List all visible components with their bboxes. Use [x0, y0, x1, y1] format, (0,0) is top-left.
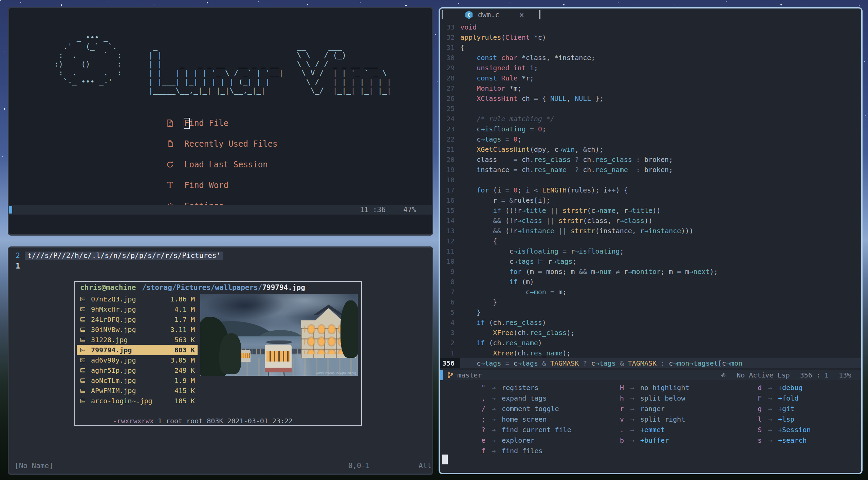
image-file-icon: [80, 296, 87, 302]
line-number: 12: [440, 236, 460, 246]
line-number: 23: [440, 124, 460, 134]
whichkey-binding: l→+lsp: [736, 414, 811, 424]
tab-dwm-c[interactable]: dwm.c: [478, 11, 499, 19]
line-number: 5: [440, 307, 460, 317]
line-number: 32: [440, 32, 460, 42]
whichkey-key: r: [598, 405, 624, 413]
file-name: aghr5Ip.jpg: [91, 366, 174, 374]
preview-small-tram: [240, 350, 251, 362]
file-name: ad6v90y.jpg: [91, 356, 170, 364]
file-size: 563 K: [174, 336, 195, 344]
line-number: 2: [9, 251, 25, 261]
file-row[interactable]: 30iNVBw.jpg3.11 M: [77, 325, 198, 335]
dashboard-cursor: F: [184, 118, 189, 128]
lunarvim-dashboard-window[interactable]: _ ••• _ .' (_` `. _ __ ___ : . ` : | | \…: [8, 7, 433, 236]
file-size: 3.11 M: [170, 326, 195, 334]
line-number: 9: [440, 266, 460, 277]
file-row[interactable]: APwFMIM.jpg415 K: [77, 386, 198, 396]
line-number: 14: [440, 216, 460, 226]
whichkey-key: ?: [460, 426, 485, 434]
file-row[interactable]: ad6v90y.jpg3.05 M: [77, 355, 198, 365]
preview-trees-right: [340, 300, 358, 358]
arrow-icon: →: [762, 436, 778, 444]
file-row[interactable]: arco-login~.jpg185 K: [77, 396, 198, 406]
image-file-icon: [80, 378, 87, 383]
whichkey-key: ,: [460, 394, 485, 402]
code-line: 23 c→isfloating = 0;: [440, 124, 861, 134]
code-line: 22 c→tags = 0;: [440, 134, 861, 144]
close-icon[interactable]: ×: [519, 10, 524, 20]
dashboard-statusline: 11 :36 47%: [9, 205, 432, 215]
file-name: 07nEzQ3.jpg: [91, 295, 170, 303]
arrow-icon: →: [624, 436, 640, 444]
whichkey-key: ": [460, 384, 485, 392]
image-file-icon: [80, 357, 87, 363]
line-number: 15: [440, 205, 460, 216]
dashboard-menu-find-file[interactable]: Find File: [165, 113, 432, 133]
arrow-icon: →: [624, 426, 640, 434]
line-number: 13: [440, 226, 460, 236]
code-line: 21 XGetClassHint(dpy, c→win, &ch);: [440, 144, 861, 154]
whichkey-label: +emmet: [640, 426, 665, 434]
dashboard-menu-find-word[interactable]: TFind Word: [165, 175, 432, 196]
whichkey-label: find files: [502, 447, 542, 455]
whichkey-binding: v→split right: [598, 414, 689, 424]
image-file-icon: [80, 368, 87, 373]
whichkey-label: split right: [640, 415, 685, 423]
line-number: 33: [440, 22, 460, 32]
file-row[interactable]: aoNcTLm.jpg1.9 M: [77, 375, 198, 386]
whichkey-key: d: [736, 384, 762, 392]
code-line: 24 /* rule matching */: [440, 114, 861, 124]
code-line: 7 c→mon = m;: [440, 287, 861, 297]
code-line: 2 if (ch.res_name): [440, 338, 861, 348]
file-row[interactable]: aghr5Ip.jpg249 K: [77, 365, 198, 375]
file-name: arco-login~.jpg: [91, 397, 174, 405]
dashboard-menu-recent-files[interactable]: Recently Used Files: [165, 133, 432, 154]
code-line: 13 && (!r→instance || strstr(instance, r…: [440, 226, 861, 236]
git-branch-name[interactable]: master: [457, 371, 482, 379]
permission-details: 1 root root 803K 2021-03-01 23:22: [154, 417, 293, 425]
file-row[interactable]: 799794.jpg803 K: [77, 345, 198, 355]
whichkey-label: +buffer: [640, 436, 669, 444]
code-line: 31{: [440, 42, 861, 53]
line-number: 29: [440, 63, 460, 73]
editor-window[interactable]: C dwm.c × 33void32applyrules(Client *c)3…: [439, 7, 863, 474]
arrow-icon: →: [485, 405, 502, 413]
whichkey-binding: e→explorer: [460, 435, 571, 445]
code-area[interactable]: 33void32applyrules(Client *c)31{30 const…: [440, 22, 861, 368]
whichkey-key: S: [736, 426, 762, 434]
file-permissions-line: -rwxrwxrwx 1 root root 803K 2021-03-01 2…: [80, 409, 293, 433]
file-row[interactable]: 31228.jpg563 K: [77, 335, 198, 345]
battery-text: 47%: [403, 206, 416, 214]
buffer-line-1: 1: [9, 261, 432, 272]
whichkey-key: b: [598, 436, 624, 444]
file-name: aoNcTLm.jpg: [91, 376, 174, 385]
whichkey-binding: f→find files: [460, 445, 571, 456]
arrow-icon: →: [485, 436, 502, 444]
code-line: 28 const Rule *r;: [440, 73, 861, 83]
arrow-icon: →: [485, 415, 502, 423]
file-name: APwFMIM.jpg: [91, 387, 174, 395]
arrow-icon: →: [485, 384, 502, 392]
file-name: 30iNVBw.jpg: [91, 326, 170, 334]
whichkey-binding: ,→expand tags: [460, 393, 571, 403]
file-browser-header: chris@machine /storag/Pictures/wallpaper…: [75, 282, 361, 293]
directory-path: /storag/Pictures/wallpapers/: [142, 283, 262, 292]
scroll-indicator: All: [419, 462, 431, 470]
line-number: 3: [440, 328, 460, 338]
image-file-icon: [80, 307, 87, 312]
terminal-cursor: [442, 455, 448, 464]
terminal-preview-window[interactable]: 2 t///s/P//2/h/c/.l/s/n/s/p/p/s/r/r/s/Pi…: [8, 246, 433, 475]
file-row[interactable]: 24LrDFQ.jpg1.7 M: [77, 314, 198, 325]
file-row[interactable]: 07nEzQ3.jpg1.86 M: [77, 294, 198, 304]
whichkey-key: f: [460, 447, 485, 455]
menu-label: Load Last Session: [184, 160, 268, 169]
image-file-icon: [80, 347, 87, 353]
dashboard-menu-last-session[interactable]: Load Last Session: [165, 154, 432, 175]
arrow-icon: →: [762, 394, 778, 402]
pages-icon: [165, 140, 176, 148]
file-row[interactable]: 9hMxcHr.jpg4.1 M: [77, 304, 198, 314]
code-line: 33void: [440, 22, 861, 32]
file-size: 3.05 M: [170, 356, 195, 364]
line-number: 11: [440, 246, 460, 256]
